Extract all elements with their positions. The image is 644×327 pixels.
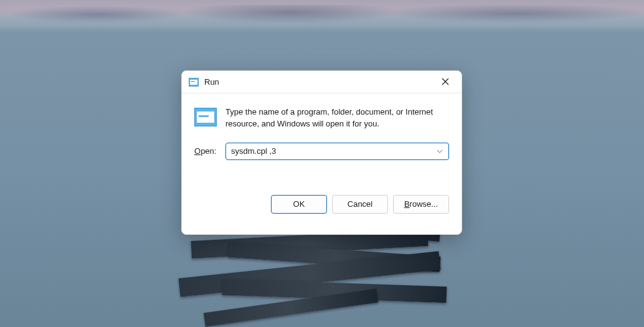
close-button[interactable] bbox=[434, 73, 457, 91]
cancel-button[interactable]: Cancel bbox=[332, 195, 388, 214]
titlebar[interactable]: Run bbox=[182, 71, 462, 93]
chevron-down-icon[interactable] bbox=[436, 149, 443, 153]
svg-rect-5 bbox=[199, 115, 209, 117]
ok-button[interactable]: OK bbox=[271, 195, 327, 214]
run-dialog: Run Type the name of a program, folder, … bbox=[181, 70, 462, 235]
dialog-title: Run bbox=[204, 77, 434, 87]
run-large-icon bbox=[194, 106, 217, 128]
button-row: OK Cancel Browse... bbox=[182, 195, 462, 214]
desktop-wallpaper-mountains bbox=[0, 0, 644, 25]
open-input[interactable] bbox=[231, 146, 436, 156]
close-icon bbox=[442, 77, 449, 88]
open-combobox[interactable] bbox=[225, 143, 449, 160]
browse-button[interactable]: Browse... bbox=[393, 195, 449, 214]
svg-rect-2 bbox=[191, 81, 195, 82]
run-small-icon bbox=[188, 77, 199, 88]
open-label: Open: bbox=[194, 146, 218, 156]
dialog-description: Type the name of a program, folder, docu… bbox=[225, 106, 449, 130]
dialog-content: Type the name of a program, folder, docu… bbox=[182, 93, 462, 160]
svg-rect-1 bbox=[190, 80, 197, 85]
